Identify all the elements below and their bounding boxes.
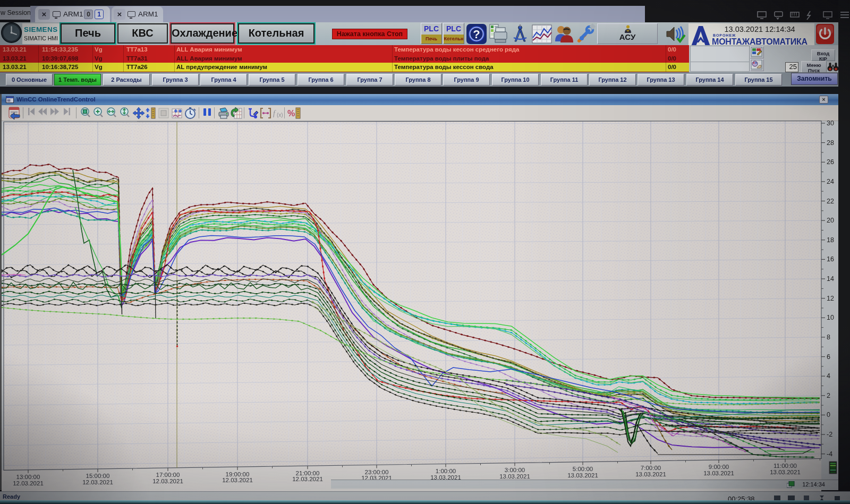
svg-text:23:00:00: 23:00:00 xyxy=(365,469,389,475)
svg-text:8: 8 xyxy=(827,334,830,341)
svg-text:20: 20 xyxy=(827,217,834,224)
svg-text:13.03.2021: 13.03.2021 xyxy=(703,470,734,476)
svg-text:12.03.2021: 12.03.2021 xyxy=(82,479,113,485)
svg-text:10: 10 xyxy=(827,314,834,321)
svg-text:28: 28 xyxy=(827,139,834,147)
svg-text:11:00:00: 11:00:00 xyxy=(774,463,797,469)
svg-text:16: 16 xyxy=(827,255,834,263)
svg-text:13.03.2021: 13.03.2021 xyxy=(567,472,598,479)
svg-text:12.03.2021: 12.03.2021 xyxy=(152,478,183,484)
svg-text:f: f xyxy=(273,109,276,117)
svg-text:30: 30 xyxy=(827,121,834,127)
svg-text:12.03.2021: 12.03.2021 xyxy=(13,480,44,486)
svg-text:22: 22 xyxy=(827,198,834,205)
svg-text:15:00:00: 15:00:00 xyxy=(86,473,110,479)
svg-text:19:00:00: 19:00:00 xyxy=(226,471,250,477)
svg-text:13:00:00: 13:00:00 xyxy=(16,474,40,480)
svg-text:12.03.2021: 12.03.2021 xyxy=(292,476,323,482)
svg-text:17:00:00: 17:00:00 xyxy=(156,472,180,478)
svg-text:9:00:00: 9:00:00 xyxy=(709,464,729,470)
svg-text:7:00:00: 7:00:00 xyxy=(641,465,661,471)
svg-text:13.03.2021: 13.03.2021 xyxy=(770,469,801,475)
svg-text:1:00:00: 1:00:00 xyxy=(436,468,456,474)
svg-text:?: ? xyxy=(473,28,480,41)
svg-text:-2: -2 xyxy=(827,431,832,438)
svg-text:4: 4 xyxy=(827,372,830,380)
svg-text:24: 24 xyxy=(827,178,834,185)
svg-text:13.03.2021: 13.03.2021 xyxy=(635,471,666,477)
svg-text:%: % xyxy=(287,109,295,118)
svg-text:13.03.2021: 13.03.2021 xyxy=(499,473,530,480)
svg-text:18: 18 xyxy=(827,236,834,244)
svg-text:0: 0 xyxy=(827,411,830,418)
svg-text:-4: -4 xyxy=(827,450,832,458)
svg-text:12: 12 xyxy=(827,295,834,302)
svg-text:5:00:00: 5:00:00 xyxy=(573,466,593,472)
svg-text:3:00:00: 3:00:00 xyxy=(505,467,525,473)
svg-text:26: 26 xyxy=(827,158,834,166)
svg-text:21:00:00: 21:00:00 xyxy=(296,470,320,476)
svg-text:6: 6 xyxy=(827,353,830,361)
svg-text:12.03.2021: 12.03.2021 xyxy=(222,477,253,483)
svg-text:(x): (x) xyxy=(277,112,283,118)
svg-text:14: 14 xyxy=(827,275,834,283)
svg-text:2: 2 xyxy=(827,392,830,399)
